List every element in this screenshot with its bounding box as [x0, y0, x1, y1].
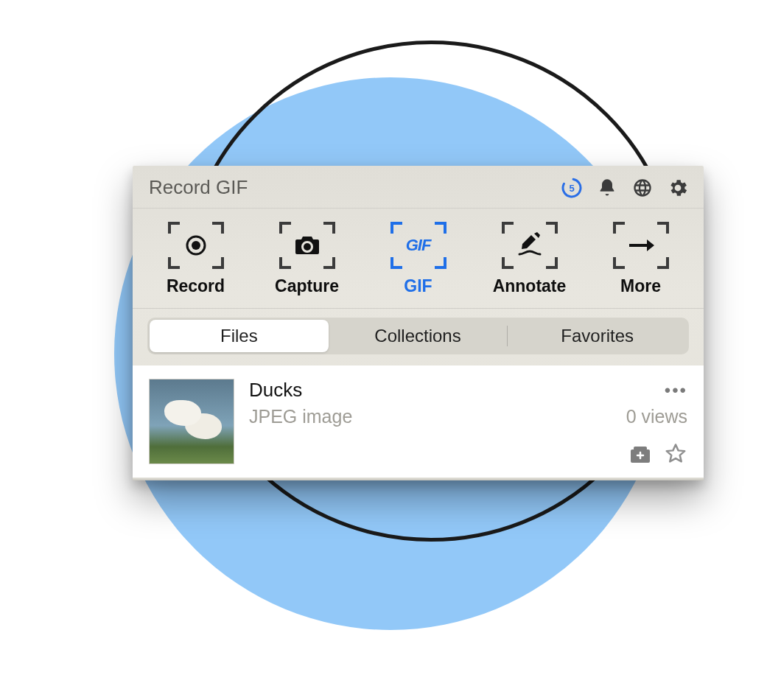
- tab-favorites[interactable]: Favorites: [508, 320, 687, 352]
- gif-button[interactable]: GIF GIF: [368, 222, 468, 296]
- annotate-button[interactable]: Annotate: [480, 222, 579, 296]
- file-info: Ducks ••• JPEG image 0 views: [249, 379, 687, 466]
- file-more-icon[interactable]: •••: [665, 380, 687, 401]
- view-tabs: Files Collections Favorites: [147, 318, 689, 354]
- file-type: JPEG image: [249, 406, 352, 427]
- capture-button[interactable]: Capture: [257, 222, 357, 296]
- camera-icon: [279, 222, 335, 269]
- window-title: Record GIF: [149, 176, 248, 199]
- record-icon: [168, 222, 224, 269]
- titlebar: Record GIF 5: [133, 166, 704, 209]
- list-bottom-border: [133, 477, 704, 480]
- more-button[interactable]: More: [591, 222, 690, 296]
- app-window: Record GIF 5 Reco: [133, 166, 704, 480]
- svg-rect-5: [634, 447, 647, 450]
- notifications-icon[interactable]: [596, 177, 618, 199]
- settings-icon[interactable]: [667, 177, 689, 199]
- timer-icon[interactable]: 5: [561, 177, 583, 199]
- file-list: Ducks ••• JPEG image 0 views: [133, 365, 704, 480]
- arrow-right-icon: [613, 222, 669, 269]
- file-row[interactable]: Ducks ••• JPEG image 0 views: [133, 365, 704, 477]
- add-to-collection-icon[interactable]: [628, 442, 652, 466]
- titlebar-actions: 5: [561, 177, 689, 199]
- svg-point-3: [192, 241, 200, 250]
- favorite-star-icon[interactable]: [664, 442, 687, 466]
- tab-files[interactable]: Files: [150, 320, 329, 352]
- main-toolbar: Record Capture GIF GIF Annotate: [133, 209, 704, 309]
- svg-text:5: 5: [569, 183, 574, 194]
- tab-collections[interactable]: Collections: [329, 320, 508, 352]
- file-views: 0 views: [626, 406, 687, 427]
- file-name: Ducks: [249, 379, 302, 402]
- globe-icon[interactable]: [631, 177, 654, 199]
- record-button[interactable]: Record: [146, 222, 245, 296]
- gif-icon: GIF: [390, 222, 446, 269]
- pencil-annotate-icon: [502, 222, 558, 269]
- file-thumbnail: [149, 379, 234, 464]
